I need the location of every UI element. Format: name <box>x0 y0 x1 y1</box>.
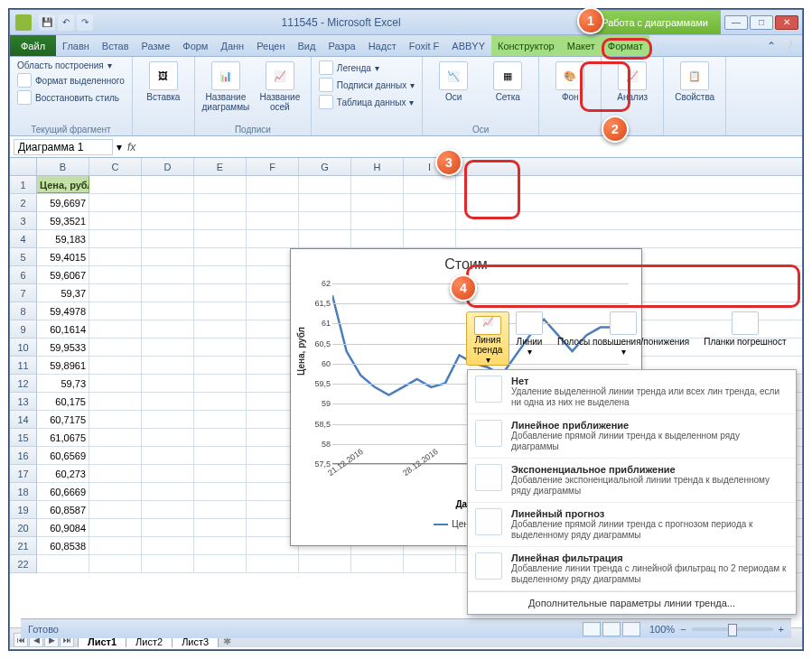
cell[interactable] <box>299 194 351 211</box>
row-header[interactable]: 9 <box>10 320 37 339</box>
cell[interactable] <box>194 483 247 500</box>
row-header[interactable]: 3 <box>10 212 37 230</box>
cell[interactable] <box>142 302 194 320</box>
zoom-out-button[interactable]: − <box>680 624 686 635</box>
name-box[interactable]: Диаграмма 1 <box>14 139 113 155</box>
tab-formulas[interactable]: Форм <box>176 35 214 56</box>
row-header[interactable]: 4 <box>10 230 37 248</box>
cell[interactable] <box>351 176 404 193</box>
col-header[interactable]: C <box>89 158 142 175</box>
format-selection-button[interactable]: Формат выделенного <box>15 72 126 88</box>
cell[interactable] <box>142 501 194 518</box>
page-break-button[interactable] <box>622 622 640 636</box>
col-header[interactable]: D <box>142 158 194 175</box>
cell[interactable] <box>89 393 142 410</box>
cell[interactable] <box>142 176 194 193</box>
cell[interactable]: 59,4978 <box>37 302 89 320</box>
cell[interactable]: 59,183 <box>37 230 89 247</box>
col-header[interactable]: E <box>194 158 247 175</box>
zoom-level[interactable]: 100% <box>649 624 675 635</box>
row-header[interactable]: 6 <box>10 266 37 284</box>
row-header[interactable]: 10 <box>10 339 37 357</box>
cell[interactable] <box>194 248 247 265</box>
chart-title-button[interactable]: 📊Название диаграммы <box>201 60 251 114</box>
row-header[interactable]: 20 <box>10 519 37 537</box>
cell[interactable] <box>142 212 194 229</box>
cell[interactable] <box>142 248 194 265</box>
col-header[interactable]: F <box>247 158 299 175</box>
cell[interactable] <box>351 194 404 211</box>
cell[interactable]: 60,7175 <box>37 411 89 428</box>
cell[interactable]: 60,8538 <box>37 537 89 554</box>
cell[interactable]: 60,9084 <box>37 519 89 536</box>
row-header[interactable]: 5 <box>10 248 37 266</box>
cell[interactable] <box>89 429 142 446</box>
cell[interactable] <box>37 555 89 572</box>
properties-button[interactable]: 📋Свойства <box>669 60 720 104</box>
collapse-ribbon-icon[interactable]: ⌃ <box>767 40 776 52</box>
col-header[interactable]: B <box>37 158 89 175</box>
cell[interactable]: 59,9533 <box>37 339 89 356</box>
cell[interactable] <box>194 501 247 518</box>
cell[interactable] <box>89 320 142 338</box>
tab-insert[interactable]: Встав <box>96 35 135 56</box>
cell[interactable] <box>247 555 299 572</box>
cell[interactable] <box>404 230 456 247</box>
cell[interactable] <box>247 212 299 229</box>
cell[interactable] <box>142 483 194 500</box>
col-header[interactable]: G <box>299 158 351 175</box>
cell[interactable] <box>194 519 247 536</box>
cell[interactable] <box>89 519 142 536</box>
cell[interactable] <box>89 266 142 283</box>
cell[interactable]: 60,175 <box>37 393 89 410</box>
tab-abbyy[interactable]: ABBYY <box>445 35 491 56</box>
cell[interactable] <box>404 176 456 193</box>
insert-button[interactable]: 🖼Вставка <box>138 60 189 104</box>
cell[interactable] <box>299 555 351 572</box>
cell[interactable] <box>142 429 194 446</box>
cell[interactable] <box>194 266 247 283</box>
tab-design[interactable]: Конструктор <box>491 35 561 56</box>
col-header[interactable]: H <box>351 158 404 175</box>
row-header[interactable]: 2 <box>10 194 37 212</box>
tab-pagelayout[interactable]: Разме <box>135 35 177 56</box>
cell[interactable] <box>89 357 142 374</box>
updown-bars-button[interactable]: Полосы повышения/понижения ▾ <box>557 311 689 375</box>
trend-exponential[interactable]: Экспоненциальное приближениеДобавление э… <box>468 459 796 503</box>
cell[interactable] <box>194 339 247 356</box>
cell[interactable] <box>194 465 247 482</box>
cell[interactable] <box>194 411 247 428</box>
zoom-slider[interactable] <box>692 627 773 631</box>
cell[interactable] <box>142 284 194 302</box>
cell[interactable]: 59,6697 <box>37 194 89 211</box>
cell[interactable] <box>142 230 194 247</box>
cell[interactable] <box>194 212 247 229</box>
cell[interactable] <box>89 176 142 193</box>
row-header[interactable]: 8 <box>10 302 37 320</box>
cell[interactable] <box>299 176 351 193</box>
page-layout-button[interactable] <box>602 622 621 636</box>
close-button[interactable]: ✕ <box>775 15 798 30</box>
row-header[interactable]: 21 <box>10 537 37 555</box>
cell[interactable] <box>142 519 194 536</box>
cell[interactable] <box>142 375 194 392</box>
trend-more-options[interactable]: Дополнительные параметры линии тренда... <box>468 591 796 614</box>
cell[interactable] <box>89 465 142 482</box>
tab-file[interactable]: Файл <box>10 35 56 56</box>
row-header[interactable]: 16 <box>10 447 37 465</box>
row-header[interactable]: 7 <box>10 284 37 302</box>
row-header[interactable]: 13 <box>10 393 37 411</box>
trend-forecast[interactable]: Линейный прогнозДобавление прямой линии … <box>468 503 796 547</box>
tab-addins[interactable]: Надст <box>362 35 403 56</box>
cell[interactable]: 59,4015 <box>37 248 89 265</box>
cell[interactable]: 60,6669 <box>37 483 89 500</box>
cell[interactable]: 61,0675 <box>37 429 89 446</box>
cell[interactable] <box>351 230 404 247</box>
row-header[interactable]: 11 <box>10 357 37 375</box>
row-header[interactable]: 12 <box>10 375 37 393</box>
cell[interactable] <box>89 212 142 229</box>
tab-data[interactable]: Данн <box>214 35 250 56</box>
cell[interactable] <box>142 194 194 211</box>
lines-button[interactable]: Линии ▾ <box>516 311 543 375</box>
cell[interactable] <box>247 194 299 211</box>
